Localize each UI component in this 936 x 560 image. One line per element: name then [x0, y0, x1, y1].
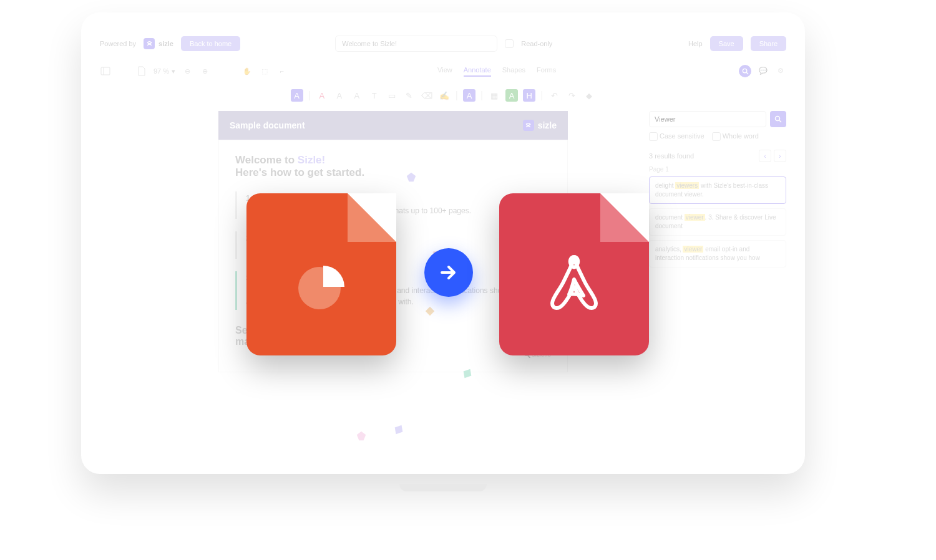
signature-tool-icon[interactable]: ✍	[438, 89, 451, 102]
svg-marker-10	[357, 432, 366, 440]
highlight-tool-icon[interactable]: A	[291, 89, 303, 102]
document-header: Sample document sizle	[218, 111, 568, 140]
svg-marker-6	[407, 173, 416, 181]
chevron-down-icon: ▾	[172, 67, 175, 75]
document-body: Welcome to Sizle! Here's how to get star…	[218, 140, 568, 372]
match: viewer	[683, 246, 703, 253]
strikethrough-tool-icon[interactable]: A	[351, 89, 363, 102]
main-toolbar: 97 % ▾ ⊖ ⊕ ✋ ⬚ ⌐ View Annotate Shapes Fo…	[100, 60, 786, 82]
zoom-control[interactable]: 97 % ▾	[154, 67, 175, 75]
editor-ui: Powered by sizle Back to home Read-only …	[100, 31, 786, 455]
doc-subtitle: Here's how to get started.	[235, 167, 364, 178]
svg-marker-9	[464, 369, 472, 378]
decorative-shape	[431, 249, 442, 261]
hand-tool-icon[interactable]: ✋	[241, 65, 253, 77]
case-sensitive-option[interactable]: Case sensitive	[649, 132, 704, 141]
decorative-shape	[393, 424, 404, 435]
laptop-screen: Powered by sizle Back to home Read-only …	[81, 12, 805, 474]
underline-tool-icon[interactable]: A	[333, 89, 346, 102]
search-submit-button[interactable]	[770, 111, 786, 127]
text: with Sizle's best-in-class document view…	[655, 182, 768, 198]
settings-icon[interactable]: ⚙	[775, 65, 786, 76]
canvas: Sample document sizle Welcome to Sizle! …	[100, 111, 786, 460]
document-header-title: Sample document	[230, 120, 305, 130]
text: email opt-in and interaction notificatio…	[655, 246, 760, 261]
zoom-out-icon[interactable]: ⊖	[182, 65, 193, 77]
search-result[interactable]: document viewer. 3. Share & discover Liv…	[649, 208, 786, 236]
svg-point-2	[743, 69, 746, 72]
text: email opt-in and interaction notificatio…	[246, 286, 537, 306]
svg-point-4	[776, 117, 780, 121]
footer-line2-prefix: made	[235, 336, 264, 347]
text: delight	[655, 182, 675, 189]
decorative-shape	[356, 430, 367, 442]
section-heading: 3. Share & discover	[246, 274, 551, 282]
readonly-checkbox[interactable]	[505, 39, 514, 48]
mode-tabs: View Annotate Shapes Forms	[437, 66, 556, 77]
pen-tool-icon[interactable]: ✎	[403, 89, 416, 102]
undo-icon[interactable]: ↶	[548, 89, 560, 102]
tab-view[interactable]: View	[437, 66, 452, 77]
laptop-frame: Powered by sizle Back to home Read-only …	[81, 12, 805, 510]
section-body: Edit pages faster with Sizle's	[246, 245, 551, 256]
tab-annotate[interactable]: Annotate	[464, 66, 491, 77]
document-title: Welcome to Sizle! Here's how to get star…	[235, 154, 551, 179]
crop-tool-icon[interactable]: ⌐	[276, 65, 288, 77]
zoom-in-icon[interactable]: ⊕	[199, 65, 210, 77]
share-button[interactable]: Share	[751, 36, 786, 51]
save-button[interactable]: Save	[710, 36, 743, 51]
help-link[interactable]: Help	[688, 40, 703, 47]
panel-toggle-icon[interactable]	[100, 65, 111, 77]
select-tool-icon[interactable]: ⬚	[259, 65, 270, 77]
highlight-yellow-icon[interactable]: A	[463, 89, 475, 102]
fill-tool-icon[interactable]: ▦	[488, 89, 500, 102]
search-icon[interactable]	[739, 65, 751, 77]
match: viewer	[685, 214, 705, 221]
brand-logo: sizle	[144, 38, 173, 49]
svg-line-3	[746, 72, 748, 74]
tab-forms[interactable]: Forms	[537, 66, 556, 77]
search-input[interactable]	[649, 111, 766, 127]
next-result-button[interactable]: ›	[774, 150, 786, 162]
svg-marker-7	[433, 251, 441, 259]
svg-line-5	[779, 120, 781, 122]
doc-title-accent: Sizle!	[298, 154, 325, 166]
label: Case sensitive	[660, 132, 704, 140]
text-tool-icon[interactable]: T	[368, 89, 381, 102]
document-title-input[interactable]	[335, 36, 497, 52]
redo-icon[interactable]: ↷	[565, 89, 578, 102]
highlight-green-icon[interactable]: A	[505, 89, 518, 102]
text: . 3. Share & discover Live document	[655, 214, 776, 229]
tab-shapes[interactable]: Shapes	[502, 66, 525, 77]
svg-rect-0	[101, 67, 110, 75]
text: analytics,	[655, 246, 683, 253]
section-body: Live document analytics, viewer email op…	[246, 285, 551, 307]
eraser-tool-icon[interactable]: ⌫	[421, 89, 433, 102]
doc-title-prefix: Welcome to	[235, 154, 298, 166]
rectangle-tool-icon[interactable]: ▭	[386, 89, 398, 102]
back-to-home-button[interactable]: Back to home	[181, 36, 240, 51]
powered-by-label: Powered by	[100, 40, 136, 47]
section-body: Upload documents quickly in different fi…	[246, 205, 551, 216]
brand-icon	[523, 120, 534, 131]
comment-icon[interactable]: 💬	[758, 65, 769, 76]
brand-icon	[144, 38, 155, 49]
whole-word-option[interactable]: Whole word	[712, 132, 759, 141]
laptop-notch	[399, 484, 487, 491]
decorative-shape	[462, 368, 473, 379]
highlight-purple-icon[interactable]: H	[523, 89, 535, 102]
doc-section-1: 1. Upload documents quickly Upload docum…	[235, 191, 551, 219]
prev-result-button[interactable]: ‹	[759, 150, 771, 162]
search-result[interactable]: delight viewers with Sizle's best-in-cla…	[649, 176, 786, 204]
doc-section-3: 3. Share & discover Live document analyt…	[235, 271, 551, 310]
document-footer: Secure sharing, made simple.	[235, 325, 551, 347]
clear-tool-icon[interactable]: ◆	[583, 89, 595, 102]
brand-name: sizle	[158, 40, 173, 47]
results-count: 3 results found	[649, 152, 694, 160]
footer-line2-accent: simple.	[264, 336, 298, 347]
text-color-tool-icon[interactable]: A	[316, 89, 328, 102]
search-panel: Case sensitive Whole word 3 results foun…	[649, 111, 786, 460]
page-icon[interactable]	[136, 65, 147, 77]
label: Whole word	[723, 132, 759, 140]
search-result[interactable]: analytics, viewer email opt-in and inter…	[649, 240, 786, 268]
